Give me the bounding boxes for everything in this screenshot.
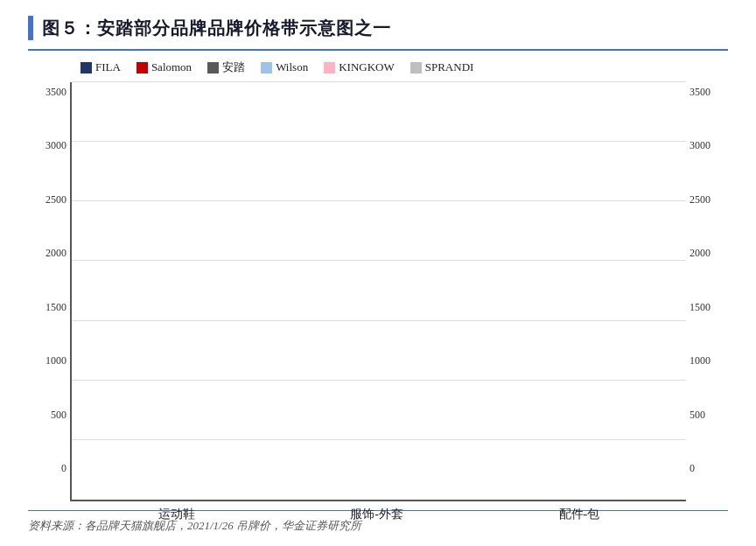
legend-color-box [136, 62, 148, 74]
y-axis-left: 3500300025002000150010005000 [28, 82, 70, 501]
legend-item: Wilson [261, 60, 308, 74]
y-axis-label: 2500 [46, 193, 70, 206]
page: 图５：安踏部分品牌品牌价格带示意图之一 FILASalomon安踏WilsonK… [0, 0, 756, 546]
page-title: 图５：安踏部分品牌品牌价格带示意图之一 [42, 17, 391, 40]
legend-color-box [207, 62, 219, 74]
legend-label: FILA [95, 60, 121, 74]
x-axis-label: 运动鞋 [158, 507, 195, 522]
y-axis-right-label: 1500 [686, 301, 710, 314]
y-axis-right-label: 0 [686, 462, 695, 475]
y-axis-label: 0 [61, 462, 70, 475]
legend-item: KINGKOW [324, 60, 395, 74]
x-labels: 运动鞋服饰-外套配件-包 [72, 507, 686, 522]
y-axis-right-label: 500 [686, 409, 705, 422]
y-axis-right-label: 2000 [686, 247, 710, 260]
chart-area: 3500300025002000150010005000 运动鞋服饰-外套配件-… [28, 82, 728, 501]
legend-item: FILA [80, 60, 121, 74]
legend-color-box [324, 62, 335, 74]
legend-item: SPRANDI [410, 60, 474, 74]
legend: FILASalomon安踏WilsonKINGKOWSPRANDI [80, 60, 728, 75]
y-axis-label: 3500 [46, 86, 70, 99]
y-axis-right-label: 1000 [686, 354, 710, 368]
legend-label: Salomon [151, 60, 192, 74]
x-axis-label: 服饰-外套 [350, 507, 403, 522]
y-axis-label: 500 [51, 409, 70, 422]
y-axis-label: 1500 [46, 301, 70, 314]
chart-inner: 运动鞋服饰-外套配件-包 [70, 82, 686, 501]
y-axis-right-label: 3000 [686, 139, 710, 152]
legend-color-box [261, 62, 272, 74]
y-axis-label: 3000 [46, 139, 70, 152]
legend-color-box [410, 62, 422, 74]
legend-color-box [80, 62, 92, 74]
title-divider [28, 49, 728, 51]
y-axis-label: 2000 [46, 247, 70, 260]
title-bar [28, 16, 33, 40]
legend-label: Wilson [276, 60, 308, 74]
y-axis-right-label: 3500 [686, 86, 710, 99]
legend-label: KINGKOW [339, 60, 395, 74]
legend-label: SPRANDI [425, 60, 474, 74]
legend-label: 安踏 [222, 60, 245, 75]
y-axis-right-label: 2500 [686, 193, 710, 206]
y-axis-right: 3500300025002000150010005000 [686, 82, 728, 501]
title-row: 图５：安踏部分品牌品牌价格带示意图之一 [28, 16, 728, 40]
legend-item: 安踏 [207, 60, 245, 75]
y-axis-label: 1000 [46, 354, 70, 368]
legend-item: Salomon [136, 60, 192, 74]
x-axis-label: 配件-包 [559, 507, 600, 522]
bars-container [72, 82, 686, 500]
